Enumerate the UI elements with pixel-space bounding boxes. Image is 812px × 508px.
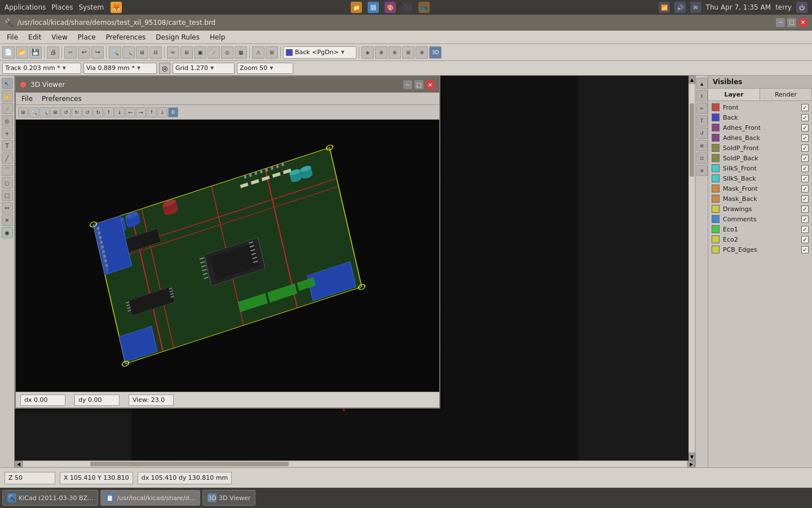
viewer-3d-canvas[interactable] (16, 120, 439, 392)
vis-item-comments[interactable]: Comments✓ (708, 214, 812, 224)
cut-button[interactable]: ✂ (64, 46, 77, 59)
fill-button[interactable]: ▦ (235, 46, 247, 59)
media-icon[interactable]: 📺 (418, 2, 430, 13)
scroll-right[interactable]: ▶ (687, 461, 695, 467)
grid-button[interactable]: ⊞ (180, 46, 193, 59)
zoom-fit-button[interactable]: ⊞ (136, 46, 148, 59)
3d-rotate-y[interactable]: ↻ (72, 107, 82, 117)
zoom-in-button[interactable]: 🔍 (109, 46, 121, 59)
pan-tool[interactable]: ✋ (2, 90, 13, 102)
open-button[interactable]: 📂 (16, 46, 28, 59)
vis-item-silks-front[interactable]: SilkS_Front✓ (708, 163, 812, 173)
menu-help[interactable]: Help (205, 32, 230, 42)
vis-checkbox[interactable]: ✓ (801, 205, 809, 213)
scroll-down[interactable]: ▼ (689, 453, 695, 461)
route-tool[interactable]: ⟋ (2, 103, 13, 114)
color-icon[interactable]: 🎨 (385, 2, 396, 13)
r-tool-7[interactable]: ⊡ (696, 152, 708, 164)
calc-icon[interactable]: 🔢 (368, 2, 379, 13)
viewer-3d-file-menu[interactable]: File (18, 94, 36, 103)
layer-dropdown[interactable]: Back <PgDn> ▼ (283, 46, 356, 59)
via-select[interactable]: Via 0.889 mm * ▼ (83, 63, 157, 74)
vertical-scrollbar[interactable]: ▲ ▼ (689, 76, 695, 461)
tool-3[interactable]: ⊕ (389, 46, 401, 59)
mail-icon[interactable]: ✉ (690, 2, 701, 13)
vis-checkbox[interactable]: ✓ (801, 195, 809, 203)
3d-rot7[interactable]: ↑ (147, 107, 157, 117)
folder-icon[interactable]: 📁 (351, 2, 362, 13)
vis-checkbox[interactable]: ✓ (801, 216, 809, 223)
drc-button[interactable]: ⚠ (252, 46, 264, 59)
vis-checkbox[interactable]: ✓ (801, 124, 809, 132)
vis-item-adhes-back[interactable]: Adhes_Back✓ (708, 133, 812, 143)
redo-button[interactable]: ↪ (91, 46, 104, 59)
vis-item-eco2[interactable]: Eco2✓ (708, 234, 812, 244)
scrollbar-vthumb[interactable] (690, 103, 694, 177)
menu-design-rules[interactable]: Design Rules (151, 32, 204, 42)
vis-item-front[interactable]: Front✓ (708, 102, 812, 112)
track-select[interactable]: Track 0.203 mm * ▼ (2, 63, 81, 74)
netlist-button[interactable]: ⊞ (266, 46, 278, 59)
edit-button[interactable]: ✏ (167, 46, 179, 59)
3d-rot8[interactable]: ↓ (157, 107, 167, 117)
scrollbar-track[interactable] (24, 462, 686, 466)
menu-bar[interactable]: File Edit View Place Preferences Design … (0, 30, 812, 44)
viewer-3d-prefs-menu[interactable]: Preferences (38, 94, 85, 103)
3d-zoom-in[interactable]: 🔍 (29, 107, 39, 117)
r-tool-3[interactable]: ✏ (696, 103, 708, 114)
vis-item-drawings[interactable]: Drawings✓ (708, 204, 812, 214)
r-tool-2[interactable]: ↕ (696, 90, 708, 102)
network-icon[interactable]: 📶 (659, 2, 670, 13)
3d-rot2[interactable]: ↻ (93, 107, 103, 117)
3d-rot1[interactable]: ↺ (82, 107, 92, 117)
scroll-up[interactable]: ▲ (689, 76, 695, 84)
visibles-tabs[interactable]: Layer Render (708, 89, 812, 101)
maximize-button[interactable]: □ (787, 18, 796, 27)
3d-button[interactable]: 3D (429, 46, 442, 59)
3d-rot5[interactable]: ← (125, 107, 135, 117)
grid-select[interactable]: Grid 1.270 ▼ (173, 63, 235, 74)
via-button[interactable]: ◎ (221, 46, 233, 59)
vis-checkbox[interactable]: ✓ (801, 236, 809, 243)
places-menu[interactable]: Places (51, 3, 73, 11)
zoom-out-button[interactable]: 🔍 (122, 46, 135, 59)
menu-file[interactable]: File (2, 32, 23, 42)
taskbar-3d[interactable]: 3D 3D Viewer (202, 490, 255, 506)
via-tool[interactable]: ◎ (2, 115, 13, 126)
power-icon[interactable]: ⏻ (796, 2, 807, 13)
firefox-icon[interactable]: 🦊 (111, 2, 122, 13)
new-button[interactable]: 📄 (2, 46, 15, 59)
tool-5[interactable]: ⊗ (416, 46, 428, 59)
tool-4[interactable]: ⊞ (402, 46, 414, 59)
r-tool-6[interactable]: ⊞ (696, 140, 708, 151)
taskbar-pcb[interactable]: 📋 /usr/local/kicad/share/d... (100, 490, 200, 506)
component-button[interactable]: ▣ (194, 46, 206, 59)
track-button[interactable]: ⟋ (208, 46, 220, 59)
scroll-left[interactable]: ◀ (15, 461, 23, 467)
terminal-icon[interactable]: ⬛ (401, 2, 413, 13)
vis-checkbox[interactable]: ✓ (801, 185, 809, 192)
apps-menu[interactable]: Applications (5, 3, 46, 11)
app-menu[interactable]: Applications Places System (5, 3, 104, 11)
vis-item-silks-back[interactable]: SilkS_Back✓ (708, 173, 812, 183)
zoom-area-button[interactable]: ⊟ (149, 46, 162, 59)
3d-zoom-out[interactable]: 🔍 (39, 107, 50, 117)
3d-rot4[interactable]: ↓ (114, 107, 125, 117)
r-tool-4[interactable]: T (696, 115, 708, 126)
vis-item-adhes-front[interactable]: Adhes_Front✓ (708, 122, 812, 133)
r-tool-5[interactable]: ↺ (696, 128, 708, 139)
vis-checkbox[interactable]: ✓ (801, 246, 809, 253)
viewer-3d-minimize[interactable]: ─ (403, 80, 412, 89)
vis-item-soldp-front[interactable]: SoldP_Front✓ (708, 143, 812, 153)
system-menu[interactable]: System (78, 3, 104, 11)
3d-home[interactable]: ⊞ (18, 107, 28, 117)
volume-icon[interactable]: 🔊 (674, 2, 686, 13)
r-tool-8[interactable]: ⊗ (696, 165, 708, 176)
vis-checkbox[interactable]: ✓ (801, 134, 809, 142)
viewer-3d-maximize[interactable]: □ (414, 80, 423, 89)
vis-checkbox[interactable]: ✓ (801, 104, 809, 111)
vis-item-pcb-edges[interactable]: PCB_Edges✓ (708, 244, 812, 255)
3d-fit[interactable]: ⊞ (50, 107, 60, 117)
zoom-select[interactable]: Zoom 50 ▼ (237, 63, 293, 74)
minimize-button[interactable]: ─ (776, 18, 785, 27)
